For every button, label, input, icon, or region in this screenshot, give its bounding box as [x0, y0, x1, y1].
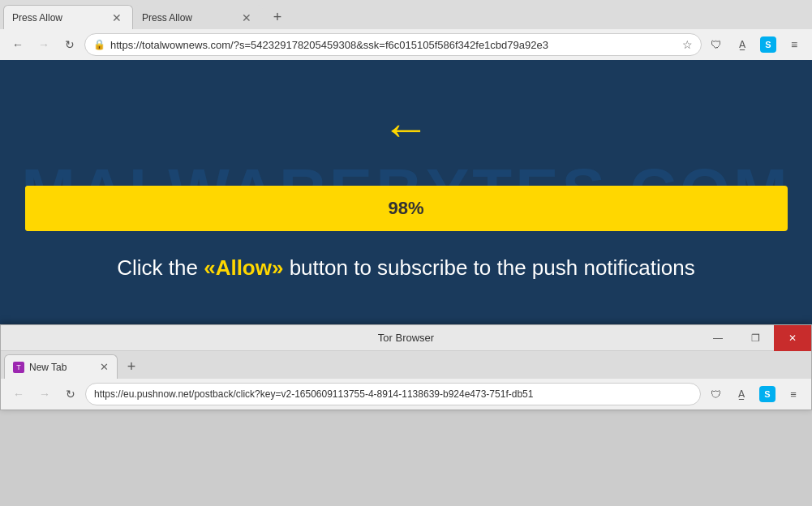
- tor-translate-icon[interactable]: A̲: [730, 383, 753, 405]
- tor-skype-button[interactable]: S: [756, 383, 779, 405]
- tor-shield-icon[interactable]: 🛡: [704, 383, 727, 405]
- tor-tab-1[interactable]: T New Tab ✕: [4, 354, 118, 379]
- top-new-tab-button[interactable]: +: [266, 6, 289, 28]
- bookmark-icon[interactable]: ☆: [682, 38, 693, 51]
- arrow-container: ←: [382, 105, 431, 153]
- top-url-text: https://totalwownews.com/?s=542329178205…: [110, 39, 677, 51]
- tor-tab-bar: T New Tab ✕ +: [1, 351, 811, 379]
- top-shield-icon[interactable]: 🛡: [705, 33, 728, 56]
- top-tab-bar: Press Allow ✕ Press Allow ✕ +: [0, 0, 812, 29]
- tor-menu-button[interactable]: ≡: [782, 383, 805, 405]
- top-tab-1-label: Press Allow: [12, 12, 105, 24]
- tor-nav-icons: 🛡 A̲ S ≡: [704, 383, 805, 405]
- tor-minimize-button[interactable]: —: [699, 325, 737, 351]
- top-forward-button[interactable]: →: [32, 33, 55, 56]
- tor-back-button[interactable]: ←: [7, 383, 30, 405]
- tor-restore-button[interactable]: ❐: [737, 325, 774, 351]
- top-tab-1[interactable]: Press Allow ✕: [3, 5, 133, 29]
- tor-browser: Tor Browser — ❐ ✕ T New Tab ✕ + ← → ↻ h: [0, 324, 812, 410]
- tor-window-controls: — ❐ ✕: [699, 325, 811, 351]
- progress-label: 98%: [388, 198, 423, 219]
- top-tab-2[interactable]: Press Allow ✕: [133, 5, 263, 29]
- top-tab-2-close[interactable]: ✕: [239, 11, 254, 25]
- tor-browser-title: Tor Browser: [378, 332, 434, 344]
- top-menu-button[interactable]: ≡: [783, 33, 806, 56]
- top-nav-icons: 🛡 A̲ S ≡: [705, 33, 806, 56]
- tor-reload-button[interactable]: ↻: [59, 383, 82, 405]
- page-content: MALWAREBYTES.COM ← 98% Click the «Allow»…: [0, 60, 812, 324]
- cta-suffix: button to subscribe to the push notifica…: [283, 255, 694, 280]
- tor-favicon: T: [13, 362, 24, 373]
- tor-address-bar[interactable]: https://eu.pushnow.net/postback/click?ke…: [85, 383, 701, 405]
- tor-close-button[interactable]: ✕: [774, 325, 811, 351]
- tor-tab-1-close[interactable]: ✕: [100, 361, 109, 373]
- lock-icon: 🔒: [93, 39, 105, 50]
- top-tab-1-close[interactable]: ✕: [110, 11, 124, 25]
- top-browser: Press Allow ✕ Press Allow ✕ + ← → ↻ 🔒 ht…: [0, 0, 812, 61]
- tor-url-text: https://eu.pushnow.net/postback/click?ke…: [94, 388, 692, 400]
- top-skype-button[interactable]: S: [757, 33, 780, 56]
- cta-text: Click the «Allow» button to subscribe to…: [117, 255, 695, 281]
- tor-nav-bar: ← → ↻ https://eu.pushnow.net/postback/cl…: [1, 379, 811, 410]
- cta-allow: «Allow»: [204, 255, 283, 280]
- tor-tab-1-label: New Tab: [29, 362, 95, 373]
- top-address-bar[interactable]: 🔒 https://totalwownews.com/?s=5423291782…: [84, 33, 702, 56]
- arrow-left-icon: ←: [382, 101, 431, 156]
- top-translate-icon[interactable]: A̲: [731, 33, 754, 56]
- top-back-button[interactable]: ←: [6, 33, 29, 56]
- tor-titlebar: Tor Browser — ❐ ✕: [1, 325, 811, 351]
- top-reload-button[interactable]: ↻: [58, 33, 81, 56]
- tor-forward-button[interactable]: →: [33, 383, 56, 405]
- top-nav-bar: ← → ↻ 🔒 https://totalwownews.com/?s=5423…: [0, 29, 812, 60]
- top-tab-2-label: Press Allow: [142, 12, 234, 24]
- cta-prefix: Click the: [117, 255, 204, 280]
- progress-bar: 98%: [25, 186, 788, 231]
- tor-new-tab-button[interactable]: +: [121, 356, 142, 377]
